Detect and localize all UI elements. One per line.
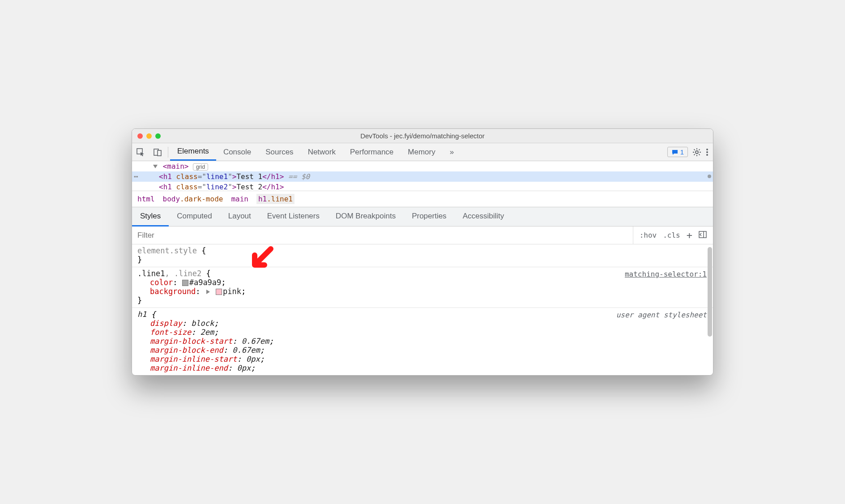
kebab-menu-icon[interactable] [706, 148, 708, 157]
color-swatch-icon[interactable] [216, 289, 222, 295]
inspect-element-icon[interactable] [132, 143, 149, 161]
svg-point-3 [696, 151, 698, 154]
styles-scrollbar[interactable] [708, 247, 712, 337]
svg-rect-2 [158, 150, 161, 156]
expand-shorthand-icon[interactable] [206, 290, 210, 294]
toolbar-right: 1 [667, 147, 713, 157]
zoom-window-button[interactable] [155, 133, 161, 139]
add-rule-icon[interactable]: + [687, 230, 692, 241]
panel-tabs: Elements Console Sources Network Perform… [170, 143, 461, 161]
cls-toggle[interactable]: .cls [663, 231, 680, 239]
traffic-lights [132, 133, 161, 139]
divider [168, 147, 168, 158]
devtools-window: DevTools - jec.fyi/demo/matching-selecto… [132, 128, 713, 376]
subtab-layout[interactable]: Layout [220, 207, 259, 226]
main-toolbar: Elements Console Sources Network Perform… [132, 143, 713, 161]
prop-margin-block-end[interactable]: margin-block-end: 0.67em; [137, 346, 708, 355]
prop-font-size[interactable]: font-size: 2em; [137, 328, 708, 337]
tab-performance[interactable]: Performance [343, 143, 401, 161]
minimize-window-button[interactable] [146, 133, 152, 139]
tab-network[interactable]: Network [301, 143, 343, 161]
svg-point-5 [706, 151, 708, 153]
scroll-marker [708, 175, 711, 178]
prop-display[interactable]: display: block; [137, 319, 708, 328]
subtab-styles[interactable]: Styles [132, 207, 169, 226]
tab-more[interactable]: » [443, 143, 461, 161]
prop-background[interactable]: background: pink; [137, 287, 708, 296]
prop-color[interactable]: color: #a9a9a9; [137, 278, 708, 287]
rule-source-ua: user agent stylesheet [616, 311, 707, 319]
breadcrumb-html[interactable]: html [137, 195, 155, 203]
dom-node-h1-line1[interactable]: ⋯ <h1 class="line1">Test 1</h1> == $0 [132, 171, 713, 182]
rule-element-style[interactable]: element.style { } [132, 244, 713, 267]
rule-source-link[interactable]: matching-selector:1 [625, 270, 707, 278]
breadcrumb-body[interactable]: body.dark-mode [163, 195, 223, 203]
tab-memory[interactable]: Memory [401, 143, 442, 161]
grid-badge[interactable]: grid [193, 163, 208, 171]
rule-line-selector[interactable]: matching-selector:1 .line1, .line2 { col… [132, 267, 713, 308]
subtab-properties[interactable]: Properties [404, 207, 454, 226]
expand-toggle-icon[interactable] [153, 165, 158, 168]
breadcrumb-main[interactable]: main [231, 195, 248, 203]
color-swatch-icon[interactable] [182, 280, 188, 286]
subtab-accessibility[interactable]: Accessibility [455, 207, 512, 226]
styles-tabs: Styles Computed Layout Event Listeners D… [132, 207, 713, 226]
svg-point-6 [706, 154, 708, 156]
filter-input[interactable] [132, 231, 633, 240]
tab-console[interactable]: Console [216, 143, 258, 161]
rule-user-agent-h1[interactable]: user agent stylesheet h1 { display: bloc… [132, 308, 713, 375]
issues-count: 1 [680, 148, 684, 156]
filter-row: :hov .cls + [132, 226, 713, 244]
breadcrumb-h1[interactable]: h1.line1 [256, 194, 294, 204]
close-window-button[interactable] [137, 133, 143, 139]
prop-margin-inline-start[interactable]: margin-inline-start: 0px; [137, 355, 708, 363]
issues-badge[interactable]: 1 [667, 147, 688, 157]
more-actions-icon[interactable]: ⋯ [134, 172, 139, 181]
subtab-computed[interactable]: Computed [169, 207, 220, 226]
subtab-event-listeners[interactable]: Event Listeners [259, 207, 328, 226]
dom-node-h1-line2[interactable]: <h1 class="line2">Test 2</h1> [132, 182, 713, 191]
tab-elements[interactable]: Elements [170, 143, 216, 161]
dom-node-main[interactable]: <main> grid [132, 161, 713, 171]
titlebar: DevTools - jec.fyi/demo/matching-selecto… [132, 129, 713, 143]
styles-body: element.style { } matching-selector:1 .l… [132, 244, 713, 375]
tab-sources[interactable]: Sources [258, 143, 300, 161]
device-toolbar-icon[interactable] [149, 143, 166, 161]
dom-tree[interactable]: <main> grid ⋯ <h1 class="line1">Test 1</… [132, 161, 713, 191]
breadcrumb: html body.dark-mode main h1.line1 [132, 191, 713, 207]
window-title: DevTools - jec.fyi/demo/matching-selecto… [132, 132, 713, 140]
settings-icon[interactable] [692, 148, 701, 157]
hov-toggle[interactable]: :hov [640, 231, 657, 239]
prop-margin-inline-end[interactable]: margin-inline-end: 0px; [137, 363, 708, 372]
filter-tools: :hov .cls + [633, 226, 713, 244]
subtab-dom-breakpoints[interactable]: DOM Breakpoints [328, 207, 404, 226]
prop-margin-block-start[interactable]: margin-block-start: 0.67em; [137, 337, 708, 346]
toggle-sidebar-icon[interactable] [699, 231, 707, 240]
svg-point-4 [706, 149, 708, 150]
